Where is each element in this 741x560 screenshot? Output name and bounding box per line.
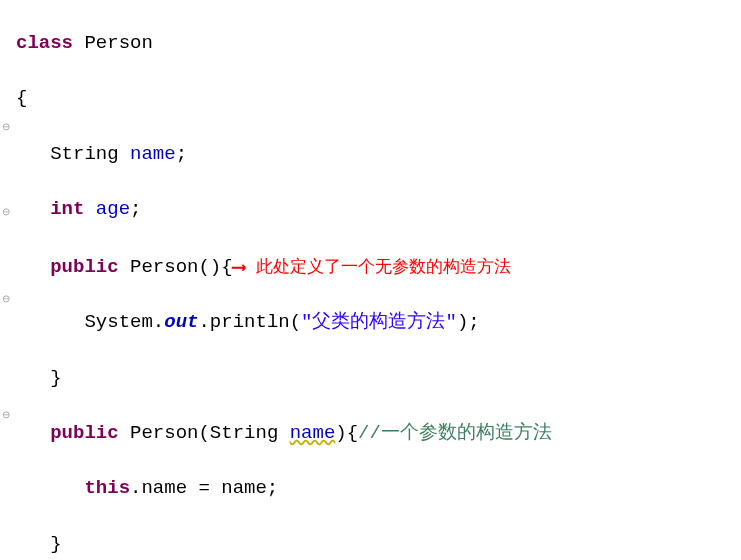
code-area: class Person { String name; int age; pub… — [0, 0, 741, 560]
arrow-icon: ⟶ — [233, 253, 245, 282]
code-line: this.name = name; — [16, 475, 741, 503]
code-line: System.out.println("父类的构造方法"); — [16, 309, 741, 337]
type-int: int — [50, 198, 84, 220]
param-name: name — [290, 422, 336, 444]
field-name: name — [130, 143, 176, 165]
type-string: String — [50, 143, 118, 165]
brace: { — [16, 87, 27, 109]
close-paren: ); — [457, 311, 480, 333]
ctor-sig: (){ — [198, 256, 232, 278]
fold-marker[interactable]: ⊖ — [2, 292, 10, 307]
fold-marker[interactable]: ⊖ — [2, 205, 10, 220]
code-line: public Person(){⟶ 此处定义了一个无参数的构造方法 — [16, 252, 741, 282]
semicolon: ; — [130, 198, 141, 220]
out-ref: out — [164, 311, 198, 333]
code-line: public Person(String name){//一个参数的构造方法 — [16, 420, 741, 448]
code-line: int age; — [16, 196, 741, 224]
brace: } — [50, 533, 61, 555]
brace: } — [50, 367, 61, 389]
red-annotation: 此处定义了一个无参数的构造方法 — [256, 257, 511, 276]
sig-open: (String — [198, 422, 289, 444]
keyword-public: public — [50, 256, 118, 278]
ctor-name: Person — [130, 256, 198, 278]
keyword-public: public — [50, 422, 118, 444]
keyword-this: this — [84, 477, 130, 499]
sig-close: ){ — [335, 422, 358, 444]
fold-marker[interactable]: ⊖ — [2, 408, 10, 423]
code-line: String name; — [16, 141, 741, 169]
fold-marker[interactable]: ⊖ — [2, 120, 10, 135]
assignment: .name = name; — [130, 477, 278, 499]
code-line: } — [16, 365, 741, 393]
field-age: age — [96, 198, 130, 220]
semicolon: ; — [176, 143, 187, 165]
ctor-name: Person — [130, 422, 198, 444]
class-name: Person — [84, 32, 152, 54]
keyword-class: class — [16, 32, 73, 54]
fold-gutter: ⊖ ⊖ ⊖ ⊖ — [0, 0, 14, 560]
comment: //一个参数的构造方法 — [358, 422, 552, 444]
string-literal: "父类的构造方法" — [301, 311, 457, 333]
code-line: } — [16, 531, 741, 559]
println-call: .println( — [198, 311, 301, 333]
system-ref: System. — [84, 311, 164, 333]
code-line: class Person — [16, 30, 741, 58]
code-line: { — [16, 85, 741, 113]
